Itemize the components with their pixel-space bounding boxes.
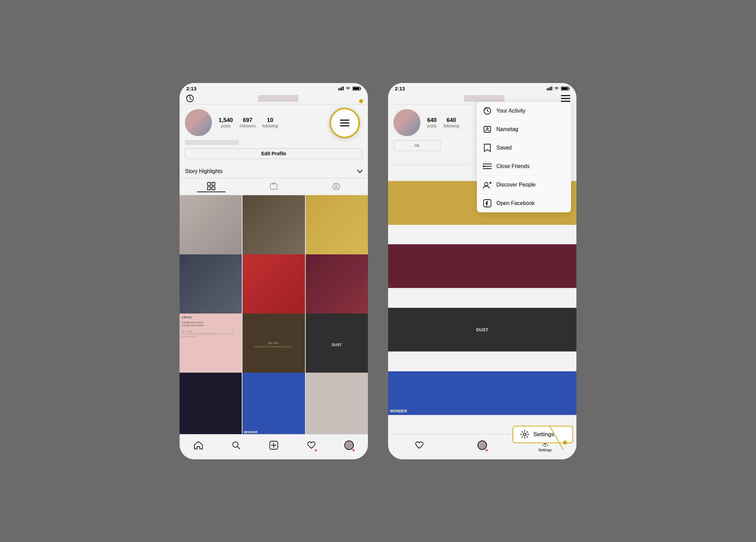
- bookmark-icon: [483, 143, 492, 152]
- photo-11[interactable]: WONDER: [242, 373, 305, 434]
- tag-icon: [332, 182, 340, 191]
- following-label: following: [262, 124, 278, 128]
- avatar-left[interactable]: [185, 109, 212, 136]
- photo-9[interactable]: DUST: [306, 314, 368, 376]
- svg-rect-12: [207, 182, 211, 185]
- close-friends-label: Close Friends: [496, 163, 530, 169]
- menu-item-discover[interactable]: Discover People: [477, 176, 571, 194]
- activity-label: Your Activity: [496, 108, 526, 114]
- svg-rect-34: [561, 98, 570, 99]
- menu-item-facebook[interactable]: Open Facebook: [477, 194, 571, 212]
- discover-label: Discover People: [496, 182, 536, 188]
- dropdown-menu: Your Activity Nametag Saved: [477, 102, 571, 212]
- svg-rect-14: [207, 187, 211, 190]
- svg-rect-32: [562, 87, 568, 90]
- svg-rect-0: [338, 88, 339, 90]
- stat-following: 10 following: [262, 117, 278, 128]
- stat-posts-right: 640 posts: [427, 117, 437, 128]
- heart-icon-right: [415, 441, 424, 449]
- home-icon: [194, 441, 203, 449]
- stat-followers: 697 followers: [240, 117, 256, 128]
- photo-10[interactable]: [180, 373, 242, 434]
- edit-profile-button[interactable]: Edit Profile: [185, 148, 363, 159]
- heart-icon: [307, 441, 316, 449]
- wifi-icon-right: [554, 86, 559, 90]
- svg-rect-31: [569, 88, 570, 89]
- photo-12[interactable]: [306, 373, 368, 434]
- right-phone: 2:13: [388, 83, 576, 459]
- svg-rect-13: [212, 182, 215, 185]
- bottom-nav-left: [180, 434, 368, 459]
- chevron-down-icon: [357, 170, 363, 173]
- photo-3[interactable]: [306, 195, 368, 257]
- bio-blur-left: [185, 140, 239, 145]
- followers-label: followers: [240, 124, 256, 128]
- photo-7[interactable]: Library Everything matching "Charlie Jan…: [180, 314, 242, 376]
- tab-igtv[interactable]: [260, 181, 288, 192]
- svg-rect-15: [212, 187, 215, 190]
- hamburger-icon-right[interactable]: [561, 95, 570, 102]
- photo-wonder-right[interactable]: WONDER: [388, 371, 576, 415]
- menu-item-saved[interactable]: Saved: [477, 139, 571, 157]
- svg-rect-16: [270, 184, 277, 189]
- tab-tagged[interactable]: [322, 181, 350, 192]
- edit-profile-right[interactable]: ile: [393, 140, 441, 151]
- svg-point-50: [523, 433, 526, 436]
- nav-profile-right[interactable]: [475, 438, 490, 453]
- svg-rect-28: [550, 87, 551, 90]
- nav-search[interactable]: [229, 438, 243, 453]
- hamburger-icon-left[interactable]: [340, 119, 349, 127]
- nav-bar-left: [180, 93, 368, 105]
- nav-likes-right[interactable]: [412, 438, 427, 453]
- photo-grid-left: Library Everything matching "Charlie Jan…: [180, 195, 368, 434]
- signal-icon: [338, 86, 344, 90]
- menu-item-nametag[interactable]: Nametag: [477, 120, 571, 139]
- igtv-icon: [270, 182, 277, 191]
- posts-count: 1,540: [219, 117, 233, 124]
- nav-likes[interactable]: [304, 438, 319, 453]
- svg-rect-33: [561, 95, 570, 96]
- photo-6[interactable]: [306, 254, 368, 317]
- photo-drink-right[interactable]: [388, 244, 576, 288]
- photo-1[interactable]: [180, 195, 242, 257]
- photo-8[interactable]: Be soft.Do not let the world make you ha…: [242, 314, 305, 376]
- following-label-right: following: [444, 124, 459, 128]
- facebook-label: Open Facebook: [496, 200, 535, 206]
- menu-item-close-friends[interactable]: Close Friends: [477, 157, 571, 176]
- battery-icon-right: [561, 86, 570, 91]
- photo-dust-right[interactable]: DUST: [388, 308, 576, 351]
- svg-rect-27: [549, 88, 550, 90]
- signal-icon-right: [547, 86, 552, 90]
- svg-rect-1: [340, 88, 341, 90]
- nametag-icon: [483, 125, 492, 134]
- history-icon[interactable]: [186, 95, 194, 102]
- posts-label-right: posts: [427, 124, 437, 128]
- nav-add[interactable]: [266, 438, 281, 453]
- story-highlights-bar[interactable]: Story Highlights: [180, 165, 368, 178]
- content-tabs-left: [180, 178, 368, 195]
- nav-home[interactable]: [191, 438, 206, 453]
- discover-icon: [483, 180, 492, 189]
- profile-dot: [352, 449, 354, 451]
- photo-2[interactable]: [242, 195, 305, 257]
- menu-item-activity[interactable]: Your Activity: [477, 102, 571, 120]
- posts-label: posts: [221, 124, 231, 128]
- photo-4[interactable]: [180, 254, 242, 317]
- yellow-dot-settings: [563, 441, 567, 445]
- saved-label: Saved: [496, 145, 512, 151]
- hamburger-circle-annotation: [330, 108, 360, 138]
- status-icons-right: [547, 86, 570, 91]
- svg-point-46: [485, 182, 488, 186]
- profile-dot-right: [486, 449, 488, 451]
- svg-rect-26: [547, 88, 548, 90]
- posts-count-right: 640: [427, 117, 437, 124]
- stat-following-right: 640 following: [444, 117, 459, 128]
- stat-posts: 1,540 posts: [219, 117, 233, 128]
- activity-icon: [483, 107, 492, 115]
- settings-text-bottom: Settings: [538, 448, 552, 452]
- tab-grid[interactable]: [197, 181, 225, 192]
- username-blur-left: [258, 95, 298, 102]
- followers-count: 697: [243, 117, 252, 124]
- nav-profile[interactable]: [342, 438, 356, 453]
- photo-5[interactable]: [242, 254, 305, 317]
